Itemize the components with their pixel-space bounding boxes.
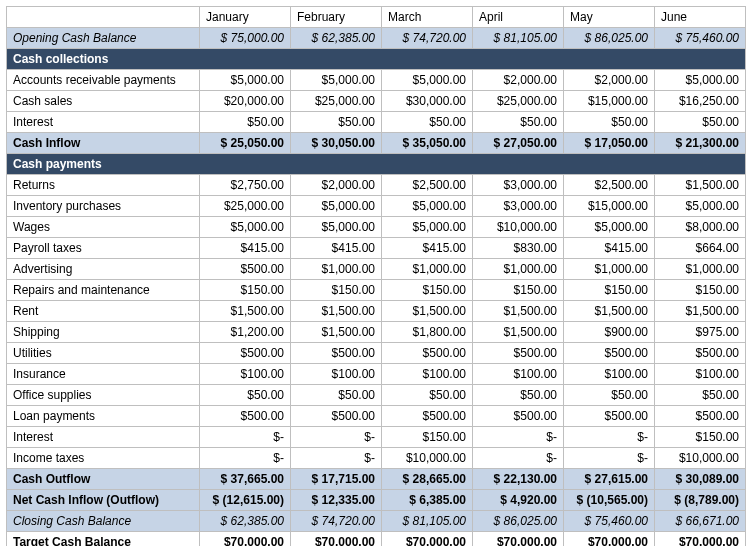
row-label: Accounts receivable payments bbox=[7, 70, 200, 91]
cell: $10,000.00 bbox=[382, 448, 473, 469]
cell: $500.00 bbox=[291, 406, 382, 427]
row-label: Insurance bbox=[7, 364, 200, 385]
cell: $3,000.00 bbox=[473, 196, 564, 217]
cell: $ (12,615.00) bbox=[200, 490, 291, 511]
cell: $ 17,050.00 bbox=[564, 133, 655, 154]
row-label: Utilities bbox=[7, 343, 200, 364]
row-label: Loan payments bbox=[7, 406, 200, 427]
row-income-taxes: Income taxes$-$-$10,000.00$-$-$10,000.00 bbox=[7, 448, 746, 469]
cell: $2,500.00 bbox=[564, 175, 655, 196]
cell: $10,000.00 bbox=[655, 448, 746, 469]
cell: $1,500.00 bbox=[291, 301, 382, 322]
cell: $ 4,920.00 bbox=[473, 490, 564, 511]
cell: $ 22,130.00 bbox=[473, 469, 564, 490]
cell: $415.00 bbox=[382, 238, 473, 259]
month-may: May bbox=[564, 7, 655, 28]
cell: $ 81,105.00 bbox=[473, 28, 564, 49]
row-label: Shipping bbox=[7, 322, 200, 343]
cell: $500.00 bbox=[473, 406, 564, 427]
cell: $ 66,671.00 bbox=[655, 511, 746, 532]
cell: $50.00 bbox=[200, 385, 291, 406]
cell: $ 35,050.00 bbox=[382, 133, 473, 154]
cell: $1,500.00 bbox=[200, 301, 291, 322]
cell: $500.00 bbox=[200, 259, 291, 280]
row-cash-sales: Cash sales $20,000.00$25,000.00$30,000.0… bbox=[7, 91, 746, 112]
cell: $50.00 bbox=[473, 112, 564, 133]
section-cash-collections: Cash collections bbox=[7, 49, 746, 70]
month-jun: June bbox=[655, 7, 746, 28]
row-payroll-taxes: Payroll taxes$415.00$415.00$415.00$830.0… bbox=[7, 238, 746, 259]
cell: $- bbox=[564, 427, 655, 448]
row-label: Advertising bbox=[7, 259, 200, 280]
cell: $50.00 bbox=[291, 112, 382, 133]
cell: $ 37,665.00 bbox=[200, 469, 291, 490]
row-label: Interest bbox=[7, 427, 200, 448]
cell: $ 27,050.00 bbox=[473, 133, 564, 154]
header-row: January February March April May June bbox=[7, 7, 746, 28]
row-loan-payments: Loan payments$500.00$500.00$500.00$500.0… bbox=[7, 406, 746, 427]
opening-row: Opening Cash Balance $ 75,000.00 $ 62,38… bbox=[7, 28, 746, 49]
cell: $- bbox=[200, 427, 291, 448]
cell: $70,000.00 bbox=[382, 532, 473, 547]
cell: $50.00 bbox=[564, 385, 655, 406]
cell: $150.00 bbox=[382, 427, 473, 448]
cell: $50.00 bbox=[291, 385, 382, 406]
month-feb: February bbox=[291, 7, 382, 28]
cell: $- bbox=[473, 427, 564, 448]
cell: $150.00 bbox=[382, 280, 473, 301]
cell: $100.00 bbox=[564, 364, 655, 385]
row-label: Cash Outflow bbox=[7, 469, 200, 490]
cell: $150.00 bbox=[291, 280, 382, 301]
cell: $70,000.00 bbox=[291, 532, 382, 547]
row-label: Office supplies bbox=[7, 385, 200, 406]
cell: $16,250.00 bbox=[655, 91, 746, 112]
row-ar: Accounts receivable payments $5,000.00$5… bbox=[7, 70, 746, 91]
cell: $5,000.00 bbox=[200, 217, 291, 238]
cell: $5,000.00 bbox=[382, 217, 473, 238]
cell: $15,000.00 bbox=[564, 91, 655, 112]
month-jan: January bbox=[200, 7, 291, 28]
cell: $ 62,385.00 bbox=[200, 511, 291, 532]
cell: $50.00 bbox=[200, 112, 291, 133]
cell: $30,000.00 bbox=[382, 91, 473, 112]
cell: $70,000.00 bbox=[564, 532, 655, 547]
cell: $ 74,720.00 bbox=[382, 28, 473, 49]
cell: $150.00 bbox=[655, 427, 746, 448]
cell: $8,000.00 bbox=[655, 217, 746, 238]
cell: $50.00 bbox=[473, 385, 564, 406]
cell: $415.00 bbox=[291, 238, 382, 259]
row-label: Cash sales bbox=[7, 91, 200, 112]
row-interest-income: Interest $50.00$50.00$50.00$50.00$50.00$… bbox=[7, 112, 746, 133]
cell: $150.00 bbox=[655, 280, 746, 301]
cell: $2,000.00 bbox=[291, 175, 382, 196]
cell: $1,500.00 bbox=[291, 322, 382, 343]
cell: $25,000.00 bbox=[291, 91, 382, 112]
row-cash-inflow: Cash Inflow $ 25,050.00$ 30,050.00$ 35,0… bbox=[7, 133, 746, 154]
cell: $- bbox=[473, 448, 564, 469]
header-blank bbox=[7, 7, 200, 28]
cell: $ 86,025.00 bbox=[564, 28, 655, 49]
cell: $1,500.00 bbox=[564, 301, 655, 322]
row-cash-outflow: Cash Outflow $ 37,665.00$ 17,715.00$ 28,… bbox=[7, 469, 746, 490]
cell: $100.00 bbox=[291, 364, 382, 385]
cell: $1,000.00 bbox=[473, 259, 564, 280]
cell: $1,000.00 bbox=[291, 259, 382, 280]
cell: $ 62,385.00 bbox=[291, 28, 382, 49]
cell: $415.00 bbox=[564, 238, 655, 259]
row-label: Inventory purchases bbox=[7, 196, 200, 217]
cell: $ 28,665.00 bbox=[382, 469, 473, 490]
row-label: Net Cash Inflow (Outflow) bbox=[7, 490, 200, 511]
cell: $ 75,460.00 bbox=[655, 28, 746, 49]
cell: $150.00 bbox=[200, 280, 291, 301]
cell: $ 81,105.00 bbox=[382, 511, 473, 532]
cell: $ 74,720.00 bbox=[291, 511, 382, 532]
cell: $1,500.00 bbox=[473, 301, 564, 322]
cell: $1,000.00 bbox=[655, 259, 746, 280]
cell: $415.00 bbox=[200, 238, 291, 259]
cell: $ 17,715.00 bbox=[291, 469, 382, 490]
cell: $5,000.00 bbox=[291, 70, 382, 91]
cell: $1,500.00 bbox=[473, 322, 564, 343]
row-label: Repairs and maintenance bbox=[7, 280, 200, 301]
cell: $500.00 bbox=[473, 343, 564, 364]
cell: $2,500.00 bbox=[382, 175, 473, 196]
